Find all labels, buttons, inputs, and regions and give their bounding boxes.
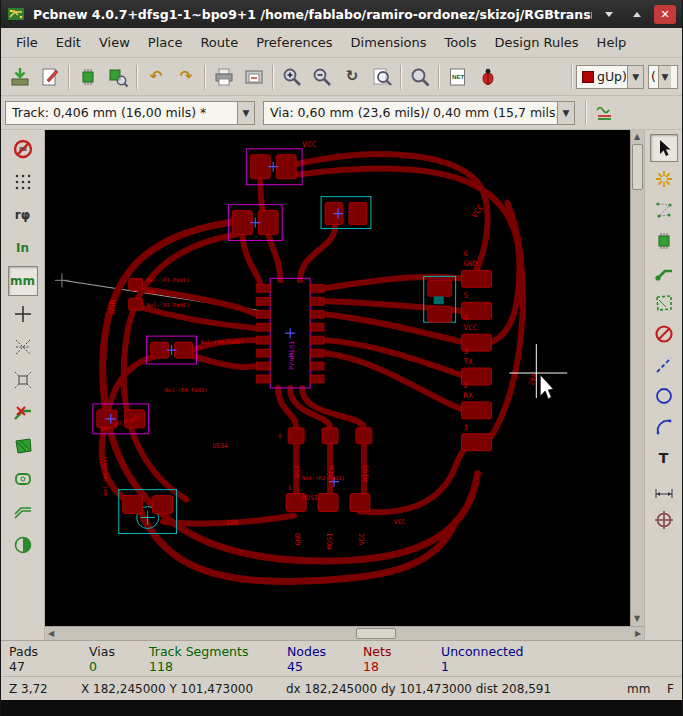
menu-file[interactable]: File <box>7 31 47 54</box>
toolbar-separator <box>438 65 440 89</box>
high-contrast-icon <box>12 534 34 556</box>
units-inch-button[interactable]: In <box>8 233 38 263</box>
svg-text:5: 5 <box>278 432 282 439</box>
status-nets-label: Nets <box>363 644 441 659</box>
overflow-combo[interactable]: ( ▼ <box>648 65 678 89</box>
tracks-sketch-button[interactable] <box>8 497 38 527</box>
svg-text:U594: U594 <box>212 442 228 450</box>
graphic-circle-button[interactable] <box>650 382 678 410</box>
pcb-canvas[interactable]: VCC VCC GND Nel-(R1-Pad1) GND Nel-(R1-Pa… <box>45 130 630 626</box>
scroll-down-button[interactable]: ▼ <box>631 612 643 626</box>
microwave-tools-icon <box>594 102 616 124</box>
library-browser-button[interactable] <box>103 62 133 92</box>
menu-view[interactable]: View <box>90 31 139 54</box>
microwave-tools-button[interactable] <box>590 98 620 128</box>
grid-toggle-button[interactable] <box>8 167 38 197</box>
layer-color-swatch <box>582 71 594 83</box>
module-editor-button[interactable] <box>73 62 103 92</box>
polar-coords-icon: rφ <box>15 209 30 221</box>
track-width-selector[interactable]: Track: 0,406 mm (16,00 mils) * ▼ <box>5 101 255 125</box>
layer-selector[interactable]: gUp) ▼ <box>576 65 644 89</box>
grid-icon <box>12 171 34 193</box>
high-contrast-button[interactable] <box>8 530 38 560</box>
svg-text:Nel-(R4-Pad3): Nel-(R4-Pad3) <box>165 387 208 393</box>
menu-preferences[interactable]: Preferences <box>247 31 341 54</box>
drc-off-button[interactable] <box>8 134 38 164</box>
zoom-out-button[interactable] <box>307 62 337 92</box>
add-keepout-button[interactable] <box>650 320 678 348</box>
find-icon <box>409 66 431 88</box>
menu-route[interactable]: Route <box>191 31 247 54</box>
svg-text:Net-(R2-Pad1): Net-(R2-Pad1) <box>302 475 345 481</box>
print-icon <box>213 66 235 88</box>
polar-coords-button[interactable]: rφ <box>8 200 38 230</box>
minimize-button[interactable] <box>598 5 620 24</box>
add-text-button[interactable]: T <box>650 444 678 472</box>
status-vias-value: 0 <box>89 659 149 674</box>
svg-text:3: 3 <box>464 347 469 356</box>
minimize-icon <box>604 11 614 18</box>
zones-show-button[interactable] <box>8 431 38 461</box>
cursor-shape-button[interactable] <box>8 299 38 329</box>
via-size-selector[interactable]: Via: 0,60 mm (23,6 mils)/ 0,40 mm (15,7 … <box>263 101 575 125</box>
add-footprint-icon <box>653 230 675 252</box>
zones-show-icon <box>12 435 34 457</box>
undo-button[interactable]: ↶ <box>141 62 171 92</box>
drc-button[interactable] <box>473 62 503 92</box>
layer-target-button[interactable] <box>650 506 678 534</box>
units-mm-icon: mm <box>10 275 35 287</box>
units-inch-icon: In <box>16 242 29 254</box>
scroll-right-button[interactable]: ▶ <box>632 627 644 641</box>
pads-sketch-button[interactable] <box>8 464 38 494</box>
track-autodelete-button[interactable] <box>8 398 38 428</box>
horizontal-scroll-thumb[interactable] <box>356 628 396 639</box>
plot-button[interactable] <box>239 62 269 92</box>
zoom-redraw-button[interactable]: ↻ <box>337 62 367 92</box>
horizontal-scrollbar[interactable]: ◀ ▶ <box>45 626 644 640</box>
maximize-button[interactable] <box>626 5 648 24</box>
highlight-net-button[interactable] <box>650 165 678 193</box>
route-tracks-button[interactable] <box>650 258 678 286</box>
vertical-scrollbar[interactable]: ▲ ▼ <box>630 130 644 626</box>
menu-place[interactable]: Place <box>139 31 192 54</box>
menubar: File Edit View Place Route Preferences D… <box>1 28 682 58</box>
menu-tools[interactable]: Tools <box>435 31 485 54</box>
ratsnest-button[interactable] <box>8 332 38 362</box>
close-button[interactable]: ✕ <box>654 5 676 24</box>
add-footprint-button[interactable] <box>650 227 678 255</box>
status-vias: Vias0 <box>89 644 149 676</box>
netlist-icon: NET <box>447 66 469 88</box>
select-tool-button[interactable] <box>650 134 678 162</box>
status-pads: Pads47 <box>9 644 89 676</box>
print-button[interactable] <box>209 62 239 92</box>
open-board-button[interactable] <box>5 62 35 92</box>
status-pads-label: Pads <box>9 644 89 659</box>
units-mm-button[interactable]: mm <box>8 266 38 296</box>
add-dimension-button[interactable] <box>650 475 678 503</box>
local-ratsnest-button[interactable] <box>650 196 678 224</box>
status-nodes-label: Nodes <box>287 644 363 659</box>
module-editor-icon <box>77 66 99 88</box>
zoom-fit-button[interactable] <box>367 62 397 92</box>
window-title: Pcbnew 4.0.7+dfsg1-1~bpo9+1 /home/fablab… <box>33 7 592 22</box>
menu-design-rules[interactable]: Design Rules <box>486 31 588 54</box>
status-unconnected-value: 1 <box>441 659 551 674</box>
vertical-scroll-thumb[interactable] <box>632 144 643 190</box>
scroll-up-button[interactable]: ▲ <box>631 130 643 144</box>
netlist-button[interactable]: NET <box>443 62 473 92</box>
zoom-in-button[interactable] <box>277 62 307 92</box>
chevron-down-icon: ▼ <box>237 102 254 124</box>
menu-edit[interactable]: Edit <box>47 31 90 54</box>
add-zone-button[interactable] <box>650 289 678 317</box>
scroll-left-button[interactable]: ◀ <box>45 627 57 641</box>
graphic-arc-button[interactable] <box>650 413 678 441</box>
pcbnew-window: Pcbnew 4.0.7+dfsg1-1~bpo9+1 /home/fablab… <box>0 0 683 716</box>
graphic-line-button[interactable] <box>650 351 678 379</box>
svg-text:VCC: VCC <box>358 533 366 546</box>
menu-help[interactable]: Help <box>588 31 636 54</box>
module-ratsnest-button[interactable] <box>8 365 38 395</box>
page-settings-button[interactable] <box>35 62 65 92</box>
menu-dimensions[interactable]: Dimensions <box>342 31 436 54</box>
redo-button[interactable]: ↷ <box>171 62 201 92</box>
find-button[interactable] <box>405 62 435 92</box>
